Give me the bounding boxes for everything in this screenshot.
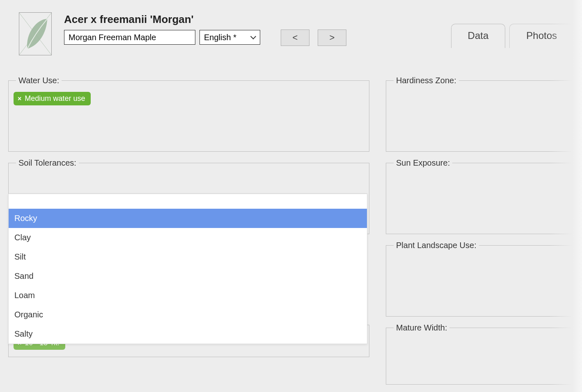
soil-option[interactable]: Salty bbox=[9, 324, 367, 344]
tab-data[interactable]: Data bbox=[451, 24, 506, 48]
dropdown-search-area[interactable] bbox=[9, 194, 367, 209]
mature-width-label: Mature Width: bbox=[394, 323, 449, 333]
water-use-field[interactable]: Water Use: × Medium water use bbox=[8, 76, 369, 152]
plant-landscape-field[interactable]: Plant Landscape Use: bbox=[386, 241, 582, 317]
soil-tolerances-label: Soil Tolerances: bbox=[16, 158, 79, 168]
soil-option[interactable]: Sand bbox=[9, 267, 367, 286]
soil-option[interactable]: Loam bbox=[9, 286, 367, 305]
hardiness-zone-label: Hardiness Zone: bbox=[394, 76, 459, 85]
header-bar: Acer x freemanii 'Morgan' English * < > … bbox=[0, 0, 582, 59]
next-record-button[interactable]: > bbox=[318, 30, 346, 46]
water-use-tag-text: Medium water use bbox=[25, 94, 85, 103]
soil-option[interactable]: Clay bbox=[9, 228, 367, 247]
water-use-label: Water Use: bbox=[16, 76, 62, 85]
tab-bar: Data Photos bbox=[451, 24, 574, 48]
soil-option[interactable]: Silt bbox=[9, 247, 367, 267]
soil-tolerances-dropdown[interactable]: RockyClaySiltSandLoamOrganicSalty bbox=[8, 194, 367, 344]
record-nav: < > bbox=[281, 30, 346, 46]
prev-record-button[interactable]: < bbox=[281, 30, 309, 46]
hardiness-zone-field[interactable]: Hardiness Zone: bbox=[386, 76, 582, 152]
tab-photos[interactable]: Photos bbox=[509, 24, 574, 48]
water-use-tag[interactable]: × Medium water use bbox=[14, 92, 91, 105]
title-block: Acer x freemanii 'Morgan' English * bbox=[64, 12, 260, 45]
soil-option[interactable]: Rocky bbox=[9, 209, 367, 228]
common-name-input[interactable] bbox=[64, 30, 195, 45]
sun-exposure-label: Sun Exposure: bbox=[394, 158, 452, 168]
remove-tag-icon[interactable]: × bbox=[18, 96, 21, 102]
scientific-name: Acer x freemanii 'Morgan' bbox=[64, 13, 260, 26]
plant-landscape-label: Plant Landscape Use: bbox=[394, 241, 479, 250]
language-select[interactable]: English * bbox=[199, 30, 260, 45]
right-column: Hardiness Zone: Sun Exposure: Plant Land… bbox=[386, 76, 582, 391]
plant-logo bbox=[19, 12, 52, 55]
mature-width-field[interactable]: Mature Width: bbox=[386, 323, 582, 385]
sun-exposure-field[interactable]: Sun Exposure: bbox=[386, 158, 582, 234]
soil-option[interactable]: Organic bbox=[9, 305, 367, 324]
